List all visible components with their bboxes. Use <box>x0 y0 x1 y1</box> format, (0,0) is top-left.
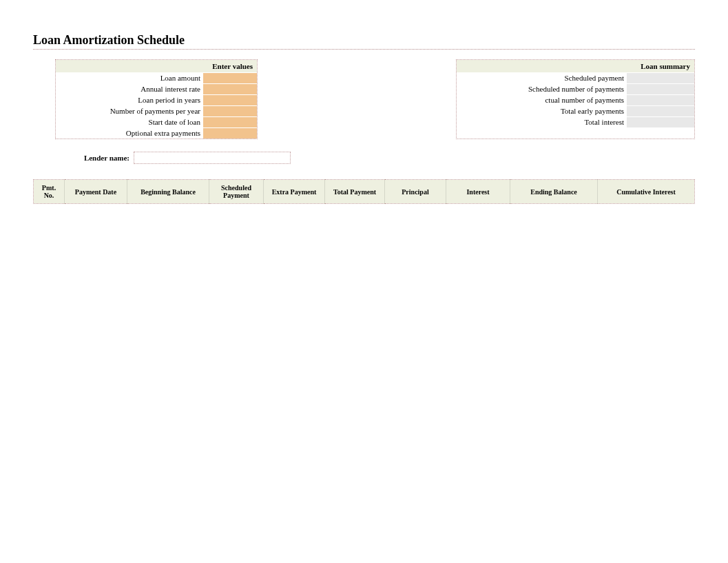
table-header-row: Pmt. No. Payment Date Beginning Balance … <box>34 180 695 204</box>
input-loan-amount[interactable] <box>203 72 257 83</box>
col-cumulative-interest: Cumulative Interest <box>598 180 695 204</box>
input-label: Loan amount <box>56 72 203 83</box>
col-principal: Principal <box>385 180 446 204</box>
col-ending-balance: Ending Balance <box>510 180 598 204</box>
input-row-annual-rate: Annual interest rate <box>56 83 257 94</box>
summary-scheduled-payment <box>627 72 694 83</box>
lender-input[interactable] <box>134 152 291 164</box>
summary-row-actual-num: ctual number of payments <box>457 94 694 105</box>
input-label: Annual interest rate <box>56 83 203 94</box>
summary-label: Total interest <box>457 116 627 127</box>
col-scheduled-payment: Scheduled Payment <box>209 180 264 204</box>
summary-scheduled-num <box>627 83 694 94</box>
summary-row-scheduled-num: Scheduled number of payments <box>457 83 694 94</box>
loan-summary-panel: Loan summary Scheduled payment Scheduled… <box>456 59 695 139</box>
col-interest: Interest <box>446 180 510 204</box>
enter-values-header: Enter values <box>56 60 257 72</box>
summary-label: ctual number of payments <box>457 94 627 105</box>
col-beginning-balance: Beginning Balance <box>127 180 209 204</box>
amortization-table: Pmt. No. Payment Date Beginning Balance … <box>33 179 695 204</box>
enter-values-panel: Enter values Loan amount Annual interest… <box>55 59 258 139</box>
input-start-date[interactable] <box>203 116 257 127</box>
input-row-payments-per-year: Number of payments per year <box>56 105 257 116</box>
col-pmt-no: Pmt. No. <box>34 180 65 204</box>
lender-row: Lender name: <box>55 152 695 164</box>
summary-row-scheduled-payment: Scheduled payment <box>457 72 694 83</box>
summary-label: Total early payments <box>457 105 627 116</box>
input-row-loan-period: Loan period in years <box>56 94 257 105</box>
input-loan-period[interactable] <box>203 94 257 105</box>
input-row-start-date: Start date of loan <box>56 116 257 127</box>
input-label: Loan period in years <box>56 94 203 105</box>
loan-summary-header: Loan summary <box>457 60 694 72</box>
lender-label: Lender name: <box>55 154 134 162</box>
summary-early-payments <box>627 105 694 116</box>
summary-label: Scheduled payment <box>457 72 627 83</box>
col-total-payment: Total Payment <box>325 180 385 204</box>
summary-row-early-payments: Total early payments <box>457 105 694 116</box>
summary-actual-num <box>627 94 694 105</box>
input-label: Start date of loan <box>56 116 203 127</box>
page-title: Loan Amortization Schedule <box>33 33 695 48</box>
input-label: Number of payments per year <box>56 105 203 116</box>
summary-row-total-interest: Total interest <box>457 116 694 127</box>
input-label: Optional extra payments <box>56 127 203 139</box>
summary-label: Scheduled number of payments <box>457 83 627 94</box>
col-payment-date: Payment Date <box>65 180 127 204</box>
input-extra-payments[interactable] <box>203 127 257 139</box>
input-annual-rate[interactable] <box>203 83 257 94</box>
input-row-loan-amount: Loan amount <box>56 72 257 83</box>
title-underline <box>33 49 695 50</box>
col-extra-payment: Extra Payment <box>264 180 325 204</box>
input-payments-per-year[interactable] <box>203 105 257 116</box>
input-row-extra-payments: Optional extra payments <box>56 127 257 139</box>
summary-total-interest <box>627 116 694 127</box>
top-panels: Enter values Loan amount Annual interest… <box>33 59 695 139</box>
